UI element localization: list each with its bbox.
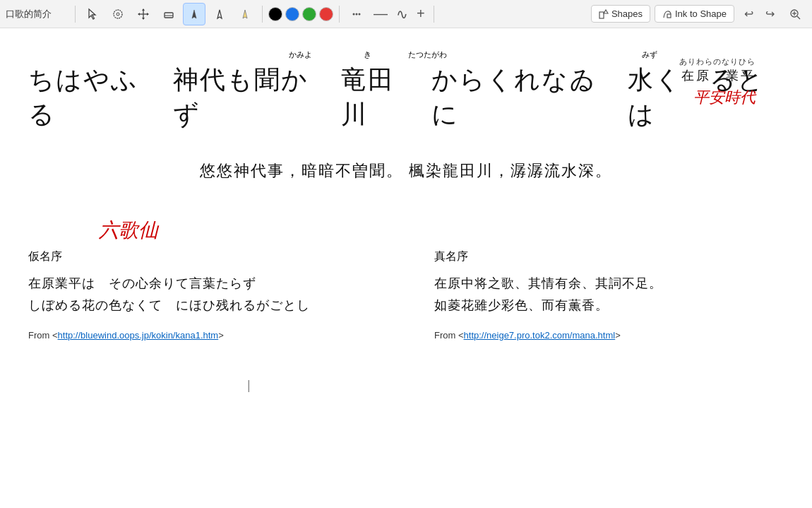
col-left-line1: 在原業平は その心余りて言葉たらず: [28, 273, 378, 295]
zoom-button[interactable]: [784, 3, 806, 25]
col-left: 仮名序 在原業平は その心余りて言葉たらず しぼめる花の色なくて にほひ残れるが…: [28, 249, 392, 341]
svg-marker-12: [243, 10, 247, 18]
add-tool[interactable]: +: [414, 6, 428, 22]
eraser-tool-btn[interactable]: [157, 3, 180, 25]
highlighter-tool-btn[interactable]: [234, 3, 256, 25]
svg-line-20: [797, 16, 800, 19]
ink-to-shape-icon: [662, 9, 672, 19]
svg-marker-11: [217, 10, 222, 18]
col-right-from-prefix: From <: [434, 330, 464, 341]
chinese-poem: 悠悠神代事，暗暗不曽聞。 楓染龍田川，潺潺流水深。: [28, 160, 784, 182]
pen-2-icon: [213, 8, 226, 20]
furigana-blank2: [480, 49, 614, 60]
svg-marker-10: [192, 10, 196, 18]
col-right-text: 在原中将之歌、其情有余、其詞不足。 如菱花雖少彩色、而有薫香。: [434, 273, 784, 316]
select-icon: [86, 8, 99, 20]
sep-4: [434, 6, 434, 23]
svg-marker-4: [142, 8, 145, 11]
doc-title: 口歌的简介: [6, 8, 62, 20]
col-left-from: From <http://bluewind.oops.jp/kokin/kana…: [28, 330, 378, 341]
shapes-label: Shapes: [611, 8, 643, 19]
main-content: ありわらのなりひら 在原 業平 平安時代 かみよ き たつたがわ みず ちはやふ…: [0, 28, 812, 355]
poem-word-2: 神代も聞かず: [173, 63, 328, 132]
col-right-label: 真名序: [434, 249, 784, 264]
author-era: 平安時代: [679, 87, 756, 108]
color-black[interactable]: [268, 7, 282, 21]
col-right-from: From <http://neige7.pro.tok2.com/mana.ht…: [434, 330, 784, 341]
shapes-icon: [599, 9, 609, 19]
furigana-tatsuta: たつたがわ: [374, 49, 480, 60]
color-green[interactable]: [302, 7, 316, 21]
col-right: 真名序 在原中将之歌、其情有余、其詞不足。 如菱花雖少彩色、而有薫香。 From…: [392, 249, 784, 341]
more-options-icon: [350, 8, 363, 20]
col-right-from-url[interactable]: http://neige7.pro.tok2.com/mana.html: [464, 330, 616, 341]
line-tool[interactable]: —: [371, 6, 390, 22]
furigana-mizu: みず: [614, 49, 685, 60]
svg-marker-5: [142, 18, 145, 20]
pen-tool-2-btn[interactable]: [208, 3, 231, 25]
furigana-blank: [127, 49, 240, 60]
poem-main-line: ちはやふる 神代も聞かず 竜田川 からくれなゐに 水くゝるとは: [28, 63, 784, 132]
col-left-from-url[interactable]: http://bluewind.oops.jp/kokin/kana1.htm: [58, 330, 219, 341]
select-tool-btn[interactable]: [81, 3, 104, 25]
author-block: ありわらのなりひら 在原 業平 平安時代: [679, 57, 756, 108]
color-red[interactable]: [319, 7, 333, 21]
cursor-indicator: |: [247, 378, 251, 393]
sep-1: [75, 6, 76, 23]
shapes-button[interactable]: Shapes: [591, 5, 650, 23]
svg-marker-6: [138, 13, 140, 16]
col-right-line2: 如菱花雖少彩色、而有薫香。: [434, 295, 784, 317]
highlighter-icon: [239, 8, 251, 20]
pen-tool-btn[interactable]: [183, 3, 205, 25]
author-furigana: ありわらのなりひら: [679, 57, 756, 67]
col-left-line2: しぼめる花の色なくて にほひ残れるがごとし: [28, 295, 378, 317]
col-left-text: 在原業平は その心余りて言葉たらず しぼめる花の色なくて にほひ残れるがごとし: [28, 273, 378, 316]
ink-to-shape-label: Ink to Shape: [675, 8, 727, 19]
svg-point-1: [117, 13, 119, 16]
svg-point-0: [114, 10, 122, 18]
poem-word-3: 竜田川: [341, 63, 417, 132]
svg-point-13: [353, 13, 355, 15]
svg-rect-18: [667, 14, 671, 18]
furigana-ki: き: [360, 49, 374, 60]
furigana-row: かみよ き たつたがわ みず: [28, 49, 784, 60]
ink-to-shape-button[interactable]: Ink to Shape: [655, 5, 734, 23]
more-options-btn[interactable]: [345, 3, 368, 25]
move-icon: [137, 8, 150, 20]
furigana-kamiyо: かみよ: [240, 49, 360, 60]
color-blue[interactable]: [285, 7, 299, 21]
sep-3: [339, 6, 340, 23]
eraser-icon: [162, 8, 175, 20]
lasso-tool-btn[interactable]: [107, 3, 129, 25]
poem-word-4: からくれなゐに: [431, 63, 614, 132]
col-right-line1: 在原中将之歌、其情有余、其詞不足。: [434, 273, 784, 295]
author-name: 在原 業平: [679, 67, 756, 84]
two-col-layout: 仮名序 在原業平は その心余りて言葉たらず しぼめる花の色なくて にほひ残れるが…: [28, 249, 784, 341]
svg-point-15: [359, 13, 361, 15]
rokkasen-section: 六歌仙 仮名序 在原業平は その心余りて言葉たらず しぼめる花の色なくて にほひ…: [28, 217, 784, 341]
svg-point-14: [356, 13, 358, 15]
zoom-icon: [789, 8, 801, 20]
poem-section: ありわらのなりひら 在原 業平 平安時代 かみよ き たつたがわ みず ちはやふ…: [28, 49, 784, 182]
svg-marker-17: [604, 10, 608, 13]
curve-tool[interactable]: ∿: [393, 6, 411, 23]
col-left-from-prefix: From <: [28, 330, 58, 341]
svg-marker-7: [147, 13, 149, 16]
poem-word-1: ちはやふる: [28, 63, 159, 132]
pen-icon: [188, 8, 201, 20]
toolbar: 口歌的简介: [0, 0, 812, 28]
undo-redo-group: ↩ ↪: [739, 4, 780, 24]
move-tool-btn[interactable]: [132, 3, 155, 25]
col-right-from-suffix: >: [615, 330, 621, 341]
sep-2: [262, 6, 263, 23]
svg-rect-16: [599, 12, 604, 18]
rokkasen-title: 六歌仙: [99, 217, 784, 244]
redo-button[interactable]: ↪: [760, 4, 780, 24]
col-left-label: 仮名序: [28, 249, 378, 264]
undo-button[interactable]: ↩: [739, 4, 758, 24]
lasso-icon: [112, 8, 124, 20]
toolbar-right: Shapes Ink to Shape ↩ ↪: [591, 3, 806, 25]
col-left-from-suffix: >: [218, 330, 224, 341]
